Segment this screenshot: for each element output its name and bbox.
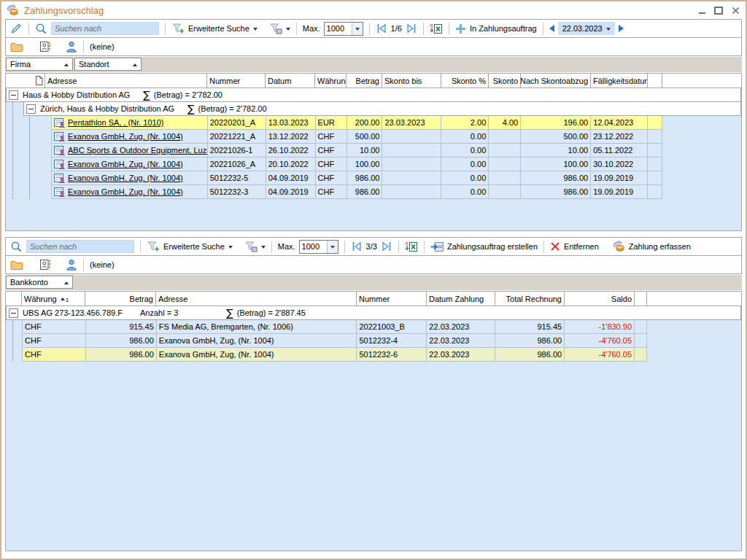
column-header-datum-zahlung[interactable]: Datum Zahlung	[427, 292, 495, 306]
search-input[interactable]	[26, 240, 134, 253]
advanced-search-button[interactable]: Erweiterte Suche	[163, 242, 225, 251]
cell-betrag: 10.00	[347, 144, 383, 157]
column-header-adresse[interactable]: Adresse	[156, 292, 357, 306]
chevron-down-icon[interactable]	[253, 28, 258, 33]
column-header-nummer[interactable]: Nummer	[207, 74, 266, 88]
invoice-row[interactable]: Exanova GmbH, Zug, (Nr. 1004) 20221221_A…	[51, 130, 662, 144]
cell-betrag: 500.00	[347, 130, 383, 143]
minimize-button[interactable]	[697, 6, 706, 15]
groupby-button[interactable]: Firma	[6, 58, 73, 71]
search-input[interactable]	[51, 22, 159, 35]
filter-save-icon[interactable]	[244, 241, 258, 252]
chevron-down-icon[interactable]	[228, 246, 233, 251]
invoice-row[interactable]: Exanova GmbH, Zug, (Nr. 1004) 20221026_A…	[51, 158, 662, 171]
cell-datum: 13.03.2023	[266, 116, 316, 129]
cell-nach-skontoabzug: 986.00	[521, 185, 591, 198]
column-header-betrag[interactable]: Betrag	[85, 292, 156, 306]
payment-row[interactable]: CHF 986.00 Exanova GmbH, Zug, (Nr. 1004)…	[22, 334, 647, 348]
column-header-adresse[interactable]: Adresse	[45, 74, 207, 88]
last-page-icon[interactable]	[381, 241, 392, 252]
contact-card-icon	[54, 145, 65, 155]
payment-row[interactable]: CHF 915.45 FS Media AG, Bremgarten, (Nr.…	[22, 320, 647, 334]
date-field[interactable]: 22.03.2023	[558, 22, 615, 35]
column-header-total-rechnung[interactable]: Total Rechnung	[495, 292, 565, 306]
document-column-header[interactable]	[34, 74, 45, 88]
max-results-combo[interactable]: 1000	[324, 22, 363, 36]
sigma-icon: ∑	[226, 308, 233, 318]
filter-add-icon[interactable]	[147, 241, 160, 252]
export-excel-icon[interactable]: R	[430, 23, 443, 34]
first-page-icon[interactable]	[376, 23, 387, 34]
first-page-icon[interactable]	[351, 241, 363, 252]
column-header-faelligkeitsdatum[interactable]: Fälligkeitsdatum	[591, 74, 648, 88]
column-header-skonto-prozent[interactable]: Skonto %	[441, 74, 489, 88]
date-next-icon[interactable]	[619, 25, 624, 32]
collapse-icon[interactable]	[9, 308, 18, 318]
group-indent-guide	[12, 102, 13, 199]
filter-save-icon[interactable]	[269, 23, 282, 34]
last-page-icon[interactable]	[406, 23, 417, 34]
group-row-location[interactable]: Zürich, Haus & Hobby Distribution AG ∑ (…	[23, 102, 741, 116]
page-indicator: 1/6	[391, 24, 402, 33]
column-header-skonto[interactable]: Skonto	[489, 74, 521, 88]
cell-datum-zahlung: 22.03.2023	[427, 334, 495, 347]
invoice-row[interactable]: Pentathlon SA, , (Nr. 1010) 20220201_A 1…	[51, 116, 662, 130]
groupby-button[interactable]: Standort	[74, 58, 142, 71]
title-bar: Zahlungsvorschlag	[1, 1, 746, 19]
column-header-datum[interactable]: Datum	[266, 74, 315, 88]
collapse-icon[interactable]	[9, 90, 18, 100]
column-header-nach-skontoabzug[interactable]: Nach Skontoabzug	[521, 74, 591, 88]
address-link[interactable]: Exanova GmbH, Zug, (Nr. 1004)	[68, 132, 183, 141]
column-header-skonto-bis[interactable]: Skonto bis	[382, 74, 441, 88]
group-row-bank-account[interactable]: UBS AG 273-123.456.789.F Anzahl = 3 ∑ (B…	[6, 306, 741, 320]
groupby-button-label: Standort	[79, 60, 109, 69]
date-previous-icon[interactable]	[549, 25, 554, 32]
page-indicator: 3/3	[366, 242, 377, 251]
combo-dropdown-button[interactable]	[352, 23, 363, 35]
address-book-icon[interactable]	[39, 259, 51, 271]
person-icon[interactable]	[66, 41, 77, 52]
address-book-icon[interactable]	[39, 41, 51, 52]
advanced-search-button[interactable]: Erweiterte Suche	[188, 24, 249, 33]
group-row-company[interactable]: Haus & Hobby Distribution AG ∑ (Betrag) …	[6, 88, 741, 102]
invoice-row[interactable]: Exanova GmbH, Zug, (Nr. 1004) 5012232-3 …	[51, 185, 662, 199]
maximize-button[interactable]	[714, 6, 723, 15]
chevron-down-icon[interactable]	[286, 28, 290, 33]
main-toolbar: Erweiterte Suche Max. 1000 1/6 R	[5, 19, 742, 38]
export-excel-icon[interactable]: R	[405, 241, 418, 252]
svg-text:R: R	[405, 241, 409, 246]
max-results-combo[interactable]: 1000	[299, 240, 338, 254]
filter-add-icon[interactable]	[171, 23, 185, 34]
cell-skonto-bis	[382, 144, 441, 157]
filter-icon-bar-top: (keine)	[5, 37, 742, 56]
folder-icon[interactable]	[10, 260, 24, 271]
person-icon[interactable]	[66, 259, 77, 271]
invoice-row[interactable]: ABC Sports & Outdoor Equipment, Luzer...…	[51, 144, 662, 158]
column-header-saldo[interactable]: Saldo	[565, 292, 635, 306]
column-header-waehrung[interactable]: Währung	[315, 74, 347, 88]
capture-payment-button[interactable]: Zahlung erfassen	[629, 242, 691, 251]
folder-icon[interactable]	[10, 42, 24, 52]
remove-button[interactable]: Entfernen	[564, 242, 599, 251]
column-header-betrag[interactable]: Betrag	[347, 74, 382, 88]
invoice-row[interactable]: Exanova GmbH, Zug, (Nr. 1004) 5012232-5 …	[51, 171, 662, 185]
column-header-waehrung[interactable]: Währung 1	[22, 292, 85, 306]
cell-nummer: 20221221_A	[208, 130, 266, 143]
groupby-button[interactable]: Bankkonto	[6, 276, 73, 289]
close-button[interactable]	[731, 6, 740, 15]
in-zahlungsauftrag-button[interactable]: In Zahlungsauftrag	[470, 24, 537, 33]
address-link[interactable]: Pentathlon SA, , (Nr. 1010)	[68, 118, 163, 127]
chevron-down-icon[interactable]	[261, 246, 266, 251]
address-link[interactable]: Exanova GmbH, Zug, (Nr. 1004)	[68, 160, 183, 168]
date-dropdown-icon[interactable]	[606, 28, 611, 33]
collapse-icon[interactable]	[26, 104, 36, 114]
cell-nach-skontoabzug: 500.00	[521, 130, 591, 143]
combo-dropdown-button[interactable]	[327, 241, 338, 253]
edit-pencil-icon[interactable]	[10, 23, 23, 34]
payment-row[interactable]: CHF 986.00 Exanova GmbH, Zug, (Nr. 1004)…	[22, 348, 647, 362]
address-link[interactable]: ABC Sports & Outdoor Equipment, Luzer...	[68, 146, 208, 155]
address-link[interactable]: Exanova GmbH, Zug, (Nr. 1004)	[68, 187, 183, 196]
create-payment-order-button[interactable]: Zahlungsauftrag erstellen	[447, 242, 538, 251]
column-header-nummer[interactable]: Nummer	[357, 292, 427, 306]
address-link[interactable]: Exanova GmbH, Zug, (Nr. 1004)	[68, 174, 183, 182]
